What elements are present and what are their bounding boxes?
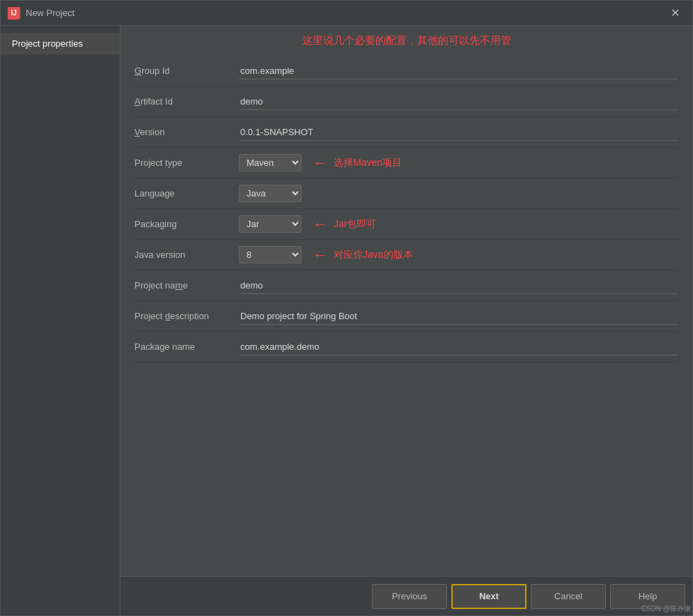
sidebar-item-project-properties[interactable]: Project properties (1, 33, 120, 54)
version-row: Version (134, 117, 678, 148)
language-select[interactable]: Java Kotlin Groovy (239, 185, 302, 202)
group-id-label: Group Id (134, 66, 239, 76)
cancel-button[interactable]: Cancel (531, 584, 606, 609)
project-type-wrap: Maven Gradle ← 选择Maven项目 (239, 154, 402, 171)
project-description-row: Project description (134, 301, 678, 332)
artifact-id-input[interactable] (239, 93, 678, 110)
project-name-label: Project name (134, 280, 239, 291)
project-name-row: Project name (134, 270, 678, 301)
packaging-row: Packaging Jar War ← Jar包即可 (134, 209, 678, 240)
packaging-select[interactable]: Jar War (239, 215, 302, 233)
language-wrap: Java Kotlin Groovy (239, 185, 302, 202)
arrow-right-icon: ← (313, 155, 328, 171)
group-id-row: Group Id (134, 56, 678, 86)
window-title: New Project (26, 8, 665, 18)
sidebar: Project properties (1, 26, 120, 615)
project-description-label: Project description (134, 311, 239, 321)
project-type-select[interactable]: Maven Gradle (239, 154, 302, 171)
sidebar-item-label: Project properties (12, 38, 83, 49)
project-type-annotation: ← 选择Maven项目 (313, 155, 402, 171)
package-name-label: Package name (134, 341, 239, 352)
project-type-annotation-text: 选择Maven项目 (334, 157, 402, 169)
group-id-input[interactable] (239, 63, 678, 79)
footer: Previous Next Cancel Help CSDN @陈亦康 (120, 576, 692, 615)
java-version-annotation-text: 对应你Java的版本 (334, 249, 413, 261)
version-label: Version (134, 127, 239, 137)
project-name-input[interactable] (239, 277, 678, 294)
java-version-select[interactable]: 8 11 17 (239, 246, 302, 263)
java-version-wrap: 8 11 17 ← 对应你Java的版本 (239, 246, 413, 263)
java-version-label: Java version (134, 249, 239, 260)
main-content: 这里说几个必要的配置，其他的可以先不用管 Group Id Artifact I… (120, 26, 692, 615)
arrow-right-java-icon: ← (313, 247, 328, 263)
language-row: Language Java Kotlin Groovy (134, 178, 678, 209)
new-project-dialog: IJ New Project ✕ Project properties 这里说几… (0, 0, 693, 616)
app-icon: IJ (8, 7, 20, 20)
dialog-body: Project properties 这里说几个必要的配置，其他的可以先不用管 … (1, 26, 692, 615)
java-version-row: Java version 8 11 17 ← 对应你Java的版本 (134, 240, 678, 270)
packaging-label: Packaging (134, 219, 239, 229)
artifact-id-label: Artifact Id (134, 96, 239, 107)
project-type-row: Project type Maven Gradle ← 选择Maven项目 (134, 148, 678, 178)
packaging-wrap: Jar War ← Jar包即可 (239, 215, 376, 233)
annotation-banner: 这里说几个必要的配置，其他的可以先不用管 (120, 26, 692, 56)
previous-button[interactable]: Previous (372, 584, 447, 609)
watermark: CSDN @陈亦康 (641, 604, 691, 614)
artifact-id-row: Artifact Id (134, 86, 678, 117)
project-type-label: Project type (134, 157, 239, 168)
form-area: Group Id Artifact Id Version Project typ… (120, 56, 692, 576)
java-version-annotation: ← 对应你Java的版本 (313, 247, 413, 263)
package-name-row: Package name (134, 332, 678, 362)
title-bar: IJ New Project ✕ (1, 1, 692, 26)
next-button[interactable]: Next (451, 584, 527, 609)
packaging-annotation: ← Jar包即可 (313, 217, 376, 232)
package-name-input[interactable] (239, 339, 678, 355)
arrow-right-packaging-icon: ← (313, 217, 328, 232)
close-button[interactable]: ✕ (665, 3, 685, 22)
packaging-annotation-text: Jar包即可 (334, 218, 376, 231)
language-label: Language (134, 188, 239, 199)
version-input[interactable] (239, 124, 678, 141)
project-description-input[interactable] (239, 308, 678, 325)
